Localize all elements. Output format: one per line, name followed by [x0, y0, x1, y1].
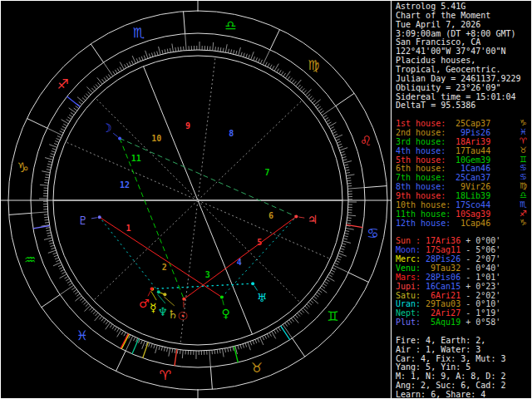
sign-glyph-scorpio: ♏	[133, 25, 145, 41]
planet-glyph-moon: ☽	[101, 121, 112, 135]
house-number-3: 3	[205, 270, 210, 279]
planet-position: 17Ari36	[421, 236, 461, 245]
planet-label: Jupi:	[396, 283, 421, 292]
sign-glyph-virgo: ♍	[308, 57, 319, 73]
header-text: 122°41'00"W 37°47'00"N	[396, 47, 505, 56]
summary-text: Air : 1, Water: 3	[396, 345, 480, 354]
cusp-sign-glyph: ♑	[520, 219, 527, 228]
planet-glyph-venus: ♀	[222, 307, 230, 320]
planet-latitude: - 0°40'	[461, 264, 500, 273]
house-position: 10Gem39	[451, 155, 490, 165]
planet-degree-markers	[33, 96, 362, 366]
house-position: 9Vir26	[451, 182, 490, 191]
header-text: Chart of the Moment	[396, 11, 490, 20]
header-text: Astrolog 5.41G	[396, 2, 466, 11]
summary-text: Yang: 5, Yin: 5	[396, 362, 470, 372]
header-text: Julian Day = 2461137.9229	[396, 74, 521, 83]
sign-glyph-sagittarius: ♐	[57, 76, 68, 92]
planet-position: 29Tau03	[421, 299, 461, 308]
planet-position: 6Ari21	[421, 291, 461, 300]
house-number-12: 12	[120, 180, 130, 190]
planet-glyph-jupiter: ♃	[308, 213, 318, 226]
planet-position: 17Sag11	[421, 245, 461, 254]
header-text: Placidus houses,	[396, 56, 475, 65]
sign-glyph-aries: ♈	[159, 367, 170, 383]
planet-latitude: + 0°58'	[461, 318, 500, 327]
house-label: 4th house:	[396, 147, 451, 156]
sign-glyph-gemini: ♊	[327, 308, 338, 324]
summary-line: Learn: 6, Share: 4	[396, 391, 532, 399]
house-position: 25Can37	[451, 173, 490, 182]
summary-text: Car: 4, Fix: 3, Mut: 3	[396, 354, 505, 363]
planet-glyph-saturn: ♄	[167, 308, 178, 321]
house-number-1: 1	[126, 224, 131, 233]
summary-text: Ang: 2, Suc: 6, Cad: 2	[396, 381, 505, 390]
house-label: 12th house:	[396, 219, 451, 229]
house-number-11: 11	[131, 154, 141, 163]
summary-text: Learn: 6, Share: 4	[396, 390, 485, 399]
house-position: 17Tau44	[451, 146, 490, 155]
planet-position: 9Tau32	[421, 264, 461, 273]
house-number-2: 2	[162, 263, 167, 272]
planet-label: Mars:	[396, 273, 421, 283]
planet-latitude: - 1°01'	[461, 273, 500, 282]
house-number-9: 9	[185, 121, 190, 131]
house-label: 11th house:	[396, 210, 451, 219]
aspect-lines	[100, 138, 297, 298]
planet-latitude: - 5°06'	[461, 245, 500, 254]
planet-position: 16Can15	[421, 282, 461, 291]
summary-text: M: 1, N: 9, A: 8, D: 2	[396, 372, 505, 381]
house-cusps	[53, 57, 342, 343]
planet-position: 2Ari27	[421, 308, 461, 318]
house-number-7: 7	[264, 168, 269, 177]
house-position: 1Can46	[451, 164, 490, 173]
planet-latitude: - 0°10'	[461, 299, 500, 308]
sign-glyph-leo: ♌	[360, 133, 372, 149]
sign-glyph-cancer: ♋	[367, 225, 378, 241]
header-text: Tropical, Geocentric.	[396, 65, 500, 74]
house-position: 25Cap37	[451, 119, 490, 128]
chart-wheel: ♈♉♊♋♌♍♎♏♐♑♒♓123456789101112☽♇♂☿♆♄☉♀♅♃	[1, 1, 392, 399]
header-text: Tue April 7, 2026	[396, 20, 480, 29]
sign-glyph-aquarius: ♒	[24, 252, 36, 268]
house-number-6: 6	[268, 211, 273, 220]
sign-glyph-taurus: ♉	[251, 360, 263, 376]
planet-latitude: - 2°02'	[461, 291, 500, 300]
house-position: 1Cap46	[451, 219, 490, 228]
planet-label: Plut:	[396, 318, 421, 328]
sign-glyph-libra: ♎	[224, 17, 236, 33]
house-number-8: 8	[229, 129, 234, 138]
sign-glyph-pisces: ♓	[76, 328, 88, 343]
planet-glyph-mercury: ☿	[150, 301, 157, 314]
header-text: Obliquity = 23°26'09"	[396, 83, 500, 92]
summary-text: Fire: 4, Earth: 2,	[396, 336, 485, 345]
planet-latitude: - 2°07'	[461, 254, 500, 264]
planet-latitude: - 1°19'	[461, 308, 500, 318]
header-text: Sidereal time = 15:01:04	[396, 92, 516, 101]
planet-row: Plut: 5Aqu19 + 0°58'	[396, 318, 532, 328]
house-row: 12th house: 1Cap46♑	[396, 219, 532, 229]
cusp-sign-glyph: ♐	[520, 209, 527, 219]
planet-position: 28Pis06	[421, 273, 461, 282]
planet-glyph-pluto: ♇	[78, 214, 89, 227]
planet-latitude: + 0°00'	[461, 236, 500, 245]
astrolog-window: ♈♉♊♋♌♍♎♏♐♑♒♓123456789101112☽♇♂☿♆♄☉♀♅♃ As…	[0, 0, 532, 399]
header-text: 3:09:00am (DT +8:00 GMT)	[396, 29, 516, 38]
sidebar: Astrolog 5.41GChart of the MomentTue Apr…	[391, 1, 532, 399]
house-number-10: 10	[151, 134, 161, 143]
house-position: 17Sco44	[451, 200, 490, 209]
sidebar-header-line: DeltaT = 95.5386	[396, 101, 532, 111]
planet-latitude: + 0°23'	[461, 282, 500, 291]
sign-glyph-capricorn: ♑	[17, 160, 28, 175]
header-text: San Francisco, CA	[396, 37, 480, 47]
planet-glyph-neptune: ♆	[158, 305, 169, 318]
planet-glyph-sun: ☉	[177, 309, 188, 323]
house-position: 9Pis26	[451, 128, 490, 137]
planet-glyphs: ☽♇♂☿♆♄☉♀♅♃	[78, 121, 318, 323]
header-text: DeltaT = 95.5386	[396, 101, 475, 110]
planet-glyph-mars: ♂	[139, 297, 150, 310]
cusp-sign-glyph: ♉	[520, 146, 527, 155]
planet-position: 28Pis26	[421, 254, 461, 264]
planet-position: 5Aqu19	[421, 318, 461, 327]
house-position: 18Ari39	[451, 137, 490, 146]
